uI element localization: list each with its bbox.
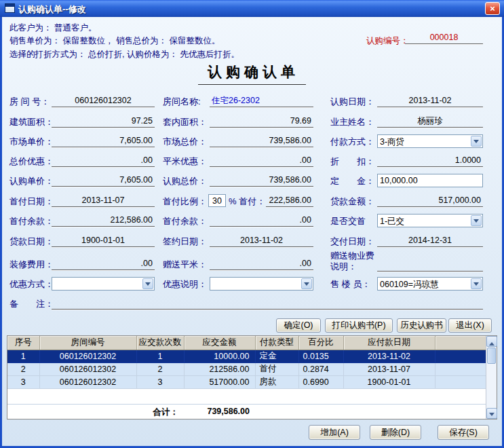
table-vscrollbar[interactable] — [486, 336, 497, 419]
table-cell[interactable]: 10000.00 — [184, 350, 255, 362]
table-row[interactable]: 3 060126012302 3 517000.00 房款 0.6990 190… — [7, 375, 486, 388]
first-paid-value: 1-已交 — [380, 216, 470, 227]
close-button[interactable]: × — [485, 2, 500, 15]
chevron-down-icon[interactable] — [471, 215, 482, 226]
gift-property-fee-label-line2: 说明： — [330, 261, 357, 273]
table-cell[interactable]: 2 — [136, 362, 184, 375]
purchase-unit-price-field[interactable]: 7,605.00 — [52, 174, 155, 187]
table-header-cell: 应交款次数 — [136, 336, 184, 350]
loan-amount-label: 贷款金额： — [330, 195, 374, 208]
purchase-total-price-field[interactable]: 739,586.00 — [210, 174, 313, 187]
table-cell[interactable]: 首付 — [255, 362, 298, 375]
totals-value: 739,586.00 — [184, 407, 250, 416]
remark-field[interactable] — [52, 297, 483, 310]
order-no-label: 认购编号： — [366, 35, 409, 47]
discount-desc-combo[interactable] — [210, 277, 313, 291]
room-no-field[interactable]: 060126012302 — [52, 94, 155, 107]
table-cell[interactable]: 212586.00 — [184, 362, 255, 375]
gift-property-fee-field[interactable] — [377, 259, 483, 272]
scroll-thumb[interactable] — [487, 348, 496, 364]
inner-area-field[interactable]: 79.69 — [210, 115, 313, 128]
delivery-date-label: 交付日期： — [330, 236, 374, 248]
table-cell[interactable]: 2013-11-02 — [343, 350, 435, 362]
table-cell[interactable]: 1 — [7, 350, 39, 362]
table-cell[interactable]: 2013-11-07 — [343, 362, 435, 375]
down-payment-ratio-label: 首付比例： — [163, 195, 207, 208]
down-payment-ratio-input[interactable]: 30 — [208, 194, 226, 207]
scroll-down-icon[interactable] — [486, 408, 497, 419]
total-discount-field[interactable]: .00 — [52, 154, 155, 167]
confirm-button[interactable]: 确定(O) — [276, 318, 321, 333]
chevron-down-icon[interactable] — [471, 278, 482, 289]
down-payment-balance2-label: 首付余款： — [163, 215, 207, 227]
loan-amount-field[interactable]: 517,000.00 — [377, 194, 483, 207]
purchase-date-field[interactable]: 2013-11-02 — [377, 94, 483, 107]
owner-name-label: 业主姓名： — [330, 116, 374, 128]
table-cell-empty[interactable] — [435, 350, 486, 362]
building-area-field[interactable]: 97.25 — [52, 115, 155, 128]
sqm-discount-label: 平米优惠： — [163, 155, 207, 168]
decoration-fee-label: 装修费用： — [9, 259, 54, 271]
discount-rate-field[interactable]: 1.0000 — [377, 154, 483, 167]
chevron-down-icon[interactable] — [471, 136, 482, 147]
down-payment-date-field[interactable]: 2013-11-07 — [52, 194, 155, 207]
salesperson-combo[interactable]: 060109=冯琼慧 — [377, 277, 483, 291]
sign-date-field[interactable]: 2013-11-02 — [210, 234, 313, 247]
save-button[interactable]: 保存(S) — [438, 425, 489, 440]
market-total-price-field[interactable]: 739,586.00 — [210, 134, 313, 147]
window-title: 认购确认单--修改 — [18, 3, 86, 16]
discount-method-combo[interactable] — [52, 277, 155, 291]
history-button[interactable]: 历史认购书 — [397, 318, 446, 333]
room-name-field[interactable]: 住宅26-2302 — [210, 94, 313, 107]
table-cell[interactable]: 1900-01-01 — [343, 375, 435, 388]
table-cell[interactable]: 517000.00 — [184, 375, 255, 388]
market-unit-price-label: 市场单价： — [9, 136, 54, 148]
down-payment-balance2-field[interactable]: .00 — [210, 214, 313, 227]
payment-method-combo[interactable]: 3-商贷 — [377, 134, 483, 148]
chevron-down-icon[interactable] — [301, 278, 312, 289]
table-cell[interactable]: 060126012302 — [39, 362, 136, 375]
first-paid-combo[interactable]: 1-已交 — [377, 214, 483, 227]
scroll-up-icon[interactable] — [486, 336, 497, 347]
purchase-total-price-label: 认购总价： — [163, 175, 207, 187]
table-cell[interactable]: 1 — [136, 350, 184, 362]
table-cell[interactable]: 房款 — [255, 375, 298, 388]
price-rounding-note: 销售单价为： 保留整数位， 销售总价为： 保留整数位。 — [9, 35, 220, 47]
table-cell[interactable]: 3 — [136, 375, 184, 388]
gift-sqm-field[interactable]: .00 — [210, 257, 313, 270]
total-discount-label: 总价优惠： — [9, 155, 54, 168]
table-header-cell: 序号 — [7, 336, 39, 350]
loan-date-label: 贷款日期： — [9, 236, 54, 248]
order-no-value[interactable]: 000018 — [405, 31, 483, 44]
customer-type-note: 此客户为： 普通客户。 — [9, 22, 96, 34]
decoration-fee-field[interactable]: .00 — [52, 257, 155, 270]
owner-name-field[interactable]: 杨丽珍 — [377, 115, 483, 128]
table-cell[interactable]: 定金 — [255, 350, 298, 362]
chevron-down-icon[interactable] — [142, 278, 153, 289]
sqm-discount-field[interactable]: .00 — [210, 154, 313, 167]
table-cell[interactable]: 0.6990 — [298, 375, 343, 388]
table-row[interactable]: 2 060126012302 2 212586.00 首付 0.2874 201… — [7, 362, 486, 375]
table-cell[interactable]: 0.0135 — [298, 350, 343, 362]
delete-button[interactable]: 删除(D) — [370, 425, 421, 440]
table-cell[interactable]: 060126012302 — [39, 375, 136, 388]
table-cell[interactable]: 0.2874 — [298, 362, 343, 375]
table-cell-empty[interactable] — [435, 362, 486, 375]
table-cell[interactable]: 060126012302 — [39, 350, 136, 362]
add-button[interactable]: 增加(A) — [309, 425, 360, 440]
table-cell[interactable]: 3 — [7, 375, 39, 388]
down-payment-amount-field[interactable]: 222,586.00 — [266, 194, 313, 207]
exit-button[interactable]: 退出(X) — [448, 318, 492, 333]
table-cell-empty[interactable] — [435, 375, 486, 388]
market-unit-price-field[interactable]: 7,605.00 — [52, 134, 155, 147]
table-cell[interactable]: 2 — [7, 362, 39, 375]
down-payment-balance-field[interactable]: 212,586.00 — [52, 214, 155, 227]
titlebar[interactable]: 认购确认单--修改 × — [0, 0, 504, 17]
deposit-input[interactable]: 10,000.00 — [377, 174, 483, 187]
loan-date-field[interactable]: 1900-01-01 — [52, 234, 155, 247]
gift-sqm-label: 赠送平米： — [163, 259, 207, 271]
discount-mode-note: 选择的打折方式为： 总价打折, 认购价格为： 先优惠后打折。 — [9, 49, 239, 60]
table-row[interactable]: 1 060126012302 1 10000.00 定金 0.0135 2013… — [7, 350, 486, 362]
print-button[interactable]: 打印认购书(P) — [325, 318, 393, 333]
delivery-date-field[interactable]: 2014-12-31 — [377, 234, 483, 247]
